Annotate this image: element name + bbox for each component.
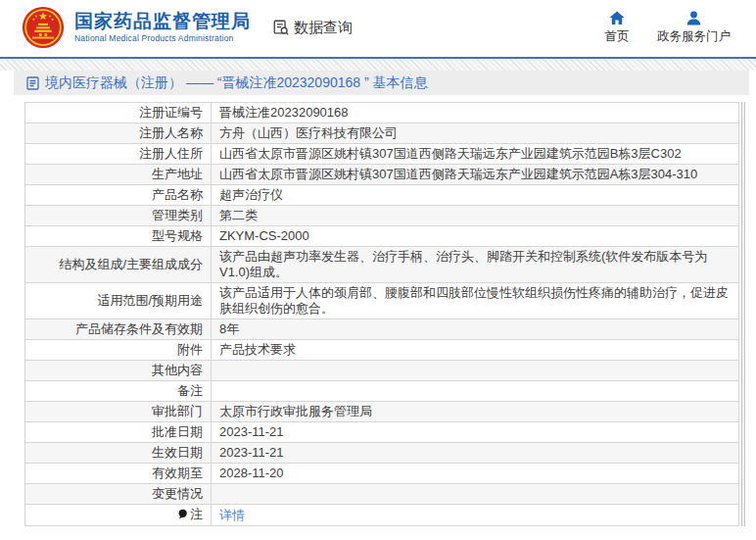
user-icon [686,11,701,25]
row-value [212,381,739,402]
table-row: 产品储存条件及有效期8年 [25,319,739,340]
row-value: 8年 [212,319,739,340]
page-title: 境内医疗器械（注册） —— “晋械注准20232090168 ” 基本信息 [45,74,428,92]
table-zone: 注册证编号晋械注准20232090168注册人名称方舟（山西）医疗科技有限公司注… [14,95,749,526]
row-value: 2023-11-21 [212,443,739,464]
table-row: 适用范围/预期用途该产品适用于人体的颈肩部、腰腹部和四肢部位慢性软组织损伤性疼痛… [25,283,739,319]
row-value: 山西省太原市晋源区姚村镇307国道西侧路天瑞远东产业园建筑示范园A栋3层304-… [212,165,739,185]
agency-brand[interactable]: 国家药品监督管理局 National Medical Products Admi… [22,6,251,49]
row-value: 山西省太原市晋源区姚村镇307国道西侧路天瑞远东产业园建筑示范园B栋3层C302 [212,144,739,165]
site-header: 国家药品监督管理局 National Medical Products Admi… [0,0,756,59]
content-panel: 境内医疗器械（注册） —— “晋械注准20232090168 ” 基本信息 注册… [14,71,749,526]
row-label: 有效期至 [25,464,212,484]
table-row: 批准日期2023-11-21 [25,422,739,443]
row-label: 注册人住所 [25,144,212,165]
data-query-label: 数据查询 [294,19,353,37]
info-table: 注册证编号晋械注准20232090168注册人名称方舟（山西）医疗科技有限公司注… [24,102,739,526]
row-value [212,484,739,505]
row-value: 详情 [212,505,739,526]
table-row: 注册证编号晋械注准20232090168 [25,103,739,123]
row-value: 产品技术要求 [212,340,739,361]
row-label: 产品名称 [25,185,212,206]
table-row: 有效期至2028-11-20 [25,464,739,484]
table-row: 生产地址山西省太原市晋源区姚村镇307国道西侧路天瑞远东产业园建筑示范园A栋3层… [25,165,739,185]
data-query-icon [272,19,290,36]
table-row: 附件产品技术要求 [25,340,739,361]
nav-home[interactable]: 首页 [600,11,634,45]
table-row: 管理类别第二类 [25,206,739,226]
row-label: 型号规格 [25,226,212,247]
row-label: 注 [25,505,212,526]
row-label: 注册证编号 [25,103,212,123]
nav-home-label: 首页 [605,28,630,45]
detail-link[interactable]: 详情 [219,508,245,522]
header-nav: 首页 政务服务门户 [600,11,731,45]
row-label: 产品储存条件及有效期 [25,319,212,340]
row-label: 备注 [25,381,212,402]
row-value: 该产品由超声功率发生器、治疗手柄、治疗头、脚踏开关和控制系统(软件发布版本号为V… [212,247,739,283]
row-label: 注册人名称 [25,123,212,144]
table-row: 注册人名称方舟（山西）医疗科技有限公司 [25,123,739,144]
table-row: 产品名称超声治疗仪 [25,185,739,206]
row-value: 超声治疗仪 [212,185,739,206]
row-value: ZKYM-CS-2000 [212,226,739,247]
row-value: 晋械注准20232090168 [212,103,739,123]
row-label: 结构及组成/主要组成成分 [25,247,212,283]
row-value: 2023-11-21 [212,422,739,443]
row-value: 方舟（山西）医疗科技有限公司 [212,123,739,144]
row-label: 附件 [25,340,212,361]
row-label: 管理类别 [25,206,212,226]
row-value [212,361,739,381]
scrollbar-track[interactable] [741,102,745,526]
row-label: 生效日期 [25,443,212,464]
row-label: 变更情况 [25,484,212,505]
row-value: 2028-11-20 [212,464,739,484]
row-value: 太原市行政审批服务管理局 [212,402,739,422]
home-icon [609,11,625,25]
breadcrumb: 境内医疗器械（注册） —— “晋械注准20232090168 ” 基本信息 [14,71,749,95]
row-label: 其他内容 [25,361,212,381]
row-label: 适用范围/预期用途 [25,283,212,319]
row-label: 审批部门 [25,402,212,422]
table-row: 变更情况 [25,484,739,505]
agency-title-block: 国家药品监督管理局 National Medical Products Admi… [74,12,251,43]
page-root: 国家药品监督管理局 National Medical Products Admi… [0,0,756,526]
divider-pattern-strip [0,59,756,71]
data-query-nav[interactable]: 数据查询 [272,19,353,37]
table-row: 注册人住所山西省太原市晋源区姚村镇307国道西侧路天瑞远东产业园建筑示范园B栋3… [25,144,739,165]
agency-name-cn: 国家药品监督管理局 [74,12,251,32]
table-row: 其他内容 [25,361,739,381]
table-row: 生效日期2023-11-21 [25,443,739,464]
nav-portal-label: 政务服务门户 [657,28,731,45]
row-label: 批准日期 [25,422,212,443]
row-value: 第二类 [212,206,739,226]
table-row: 备注 [25,381,739,402]
row-value: 该产品适用于人体的颈肩部、腰腹部和四肢部位慢性软组织损伤性疼痛的辅助治疗，促进皮… [212,283,739,319]
agency-name-en: National Medical Products Administration [74,34,251,43]
comment-icon [177,508,188,523]
nav-portal[interactable]: 政务服务门户 [657,11,731,45]
table-row: 注详情 [25,505,739,526]
table-row: 结构及组成/主要组成成分该产品由超声功率发生器、治疗手柄、治疗头、脚踏开关和控制… [25,247,739,283]
table-row: 型号规格ZKYM-CS-2000 [25,226,739,247]
row-label: 生产地址 [25,165,212,185]
document-icon [26,76,39,90]
info-table-body: 注册证编号晋械注准20232090168注册人名称方舟（山西）医疗科技有限公司注… [25,103,739,526]
table-row: 审批部门太原市行政审批服务管理局 [25,402,739,422]
national-emblem-logo [22,6,65,49]
